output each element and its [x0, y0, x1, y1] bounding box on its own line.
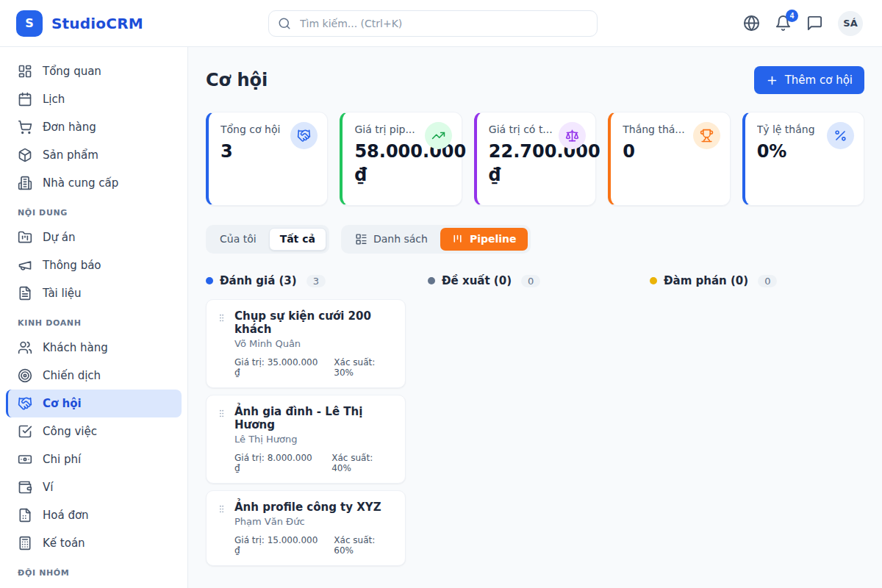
opportunity-owner: Võ Minh Quân [234, 338, 395, 349]
sidebar-item-tong-quan[interactable]: Tổng quan [6, 57, 182, 85]
sidebar-item-label: Chiến dịch [43, 369, 101, 382]
users-icon [18, 340, 32, 355]
sidebar-item-label: Tài liệu [43, 287, 82, 300]
sidebar-item-ke-toan[interactable]: Kế toán [6, 529, 182, 557]
page-title: Cơ hội [206, 70, 268, 90]
sidebar-item-thong-bao[interactable]: Thông báo [6, 251, 182, 279]
scale-icon [559, 122, 586, 149]
brand[interactable]: S StudioCRM [0, 10, 143, 37]
opportunity-owner: Lê Thị Hương [234, 434, 395, 445]
notification-count-badge: 4 [786, 10, 798, 22]
stage-dot [428, 277, 435, 284]
opportunity-card[interactable]: Ảnh gia đình - Lê Thị Hương Lê Thị Hương… [206, 395, 406, 484]
sidebar-item-label: Dự án [43, 231, 76, 244]
sidebar-item-label: Ví [43, 481, 53, 494]
sidebar-item-nha-cung-cap[interactable]: Nhà cung cấp [6, 169, 182, 197]
megaphone-icon [18, 258, 32, 273]
sidebar-item-don-hang[interactable]: Đơn hàng [6, 113, 182, 141]
calendar-icon [18, 92, 32, 107]
card-body: Ảnh gia đình - Lê Thị Hương Lê Thị Hương… [234, 405, 395, 473]
brand-name: StudioCRM [51, 15, 143, 32]
add-opportunity-label: Thêm cơ hội [785, 74, 853, 87]
opportunity-value: Giá trị: 35.000.000 ₫ [234, 357, 322, 378]
sidebar-item-label: Chi phí [43, 453, 81, 466]
notifications-button[interactable]: 4 [775, 15, 792, 32]
sidebar-item-label: Nhà cung cấp [43, 176, 118, 190]
opportunity-card[interactable]: Ảnh profile công ty XYZ Phạm Văn Đức Giá… [206, 490, 406, 566]
scope-toggle: Của tôi Tất cả [206, 225, 329, 254]
view-toggle: Danh sách Pipeline [341, 225, 531, 254]
stats-row: Tổng cơ hội 3 Giá trị pip... 58.000.000 … [206, 112, 864, 206]
view-list-button[interactable]: Danh sách [344, 228, 439, 251]
sidebar-item-hoa-don[interactable]: Hoá đơn [6, 501, 182, 529]
column-count-badge: 0 [521, 275, 540, 287]
page-header: Cơ hội Thêm cơ hội [206, 66, 864, 94]
sidebar-item-san-pham[interactable]: Sản phẩm [6, 141, 182, 169]
scope-all-button[interactable]: Tất cả [269, 228, 326, 251]
stage-dot [206, 277, 213, 284]
sidebar-item-vi[interactable]: Ví [6, 473, 182, 501]
column-title: Đánh giá (3) [220, 274, 297, 287]
opportunity-title: Ảnh gia đình - Lê Thị Hương [234, 405, 395, 431]
check-square-icon [18, 424, 32, 439]
sidebar-item-du-an[interactable]: Dự án [6, 223, 182, 251]
opportunity-card[interactable]: Chụp sự kiện cưới 200 khách Võ Minh Quân… [206, 299, 406, 388]
topbar: S StudioCRM 4 SÁ [0, 0, 882, 47]
sidebar-section-noi-dung: NỘI DUNG [0, 197, 187, 223]
pipeline-board: Đánh giá (3) 3 Chụp sự kiện cưới 200 khá… [206, 274, 864, 566]
opportunity-probability: Xác suất: 60% [334, 535, 395, 556]
sidebar-item-chien-dich[interactable]: Chiến dịch [6, 362, 182, 390]
sidebar-item-label: Sản phẩm [43, 148, 98, 162]
sidebar-item-nhan-vien[interactable]: Nhân viên [6, 584, 182, 588]
column-title: Đàm phán (0) [664, 274, 748, 287]
stat-card-pipeline-value: Giá trị pip... 58.000.000 ₫ [340, 112, 462, 206]
drag-handle-icon[interactable] [217, 312, 226, 378]
sidebar-item-cong-viec[interactable]: Công việc [6, 417, 182, 445]
drag-handle-icon[interactable] [217, 503, 226, 556]
stat-card-won: Thắng thá... 0 [608, 112, 730, 206]
sidebar-item-khach-hang[interactable]: Khách hàng [6, 334, 182, 362]
view-list-label: Danh sách [373, 232, 428, 246]
building-icon [18, 176, 32, 190]
messages-button[interactable] [806, 15, 823, 32]
list-view-icon [355, 233, 368, 245]
sidebar-item-label: Kế toán [43, 537, 85, 550]
opportunity-value: Giá trị: 8.000.000 ₫ [234, 453, 320, 473]
logo-initial: S [25, 16, 34, 30]
folder-kanban-icon [18, 230, 32, 245]
sidebar-item-lich[interactable]: Lịch [6, 85, 182, 113]
search-input[interactable] [298, 17, 588, 30]
stat-label: Giá trị pip... [354, 123, 425, 135]
wallet-icon [18, 480, 32, 495]
drag-handle-icon[interactable] [217, 407, 226, 473]
stat-label: Tổng cơ hội [220, 123, 291, 135]
scope-my-button[interactable]: Của tôi [209, 228, 268, 251]
add-opportunity-button[interactable]: Thêm cơ hội [754, 66, 864, 94]
sidebar-item-label: Công việc [43, 425, 97, 438]
sidebar-item-label: Đơn hàng [43, 121, 96, 134]
percent-icon [827, 122, 854, 149]
global-search[interactable] [268, 10, 598, 37]
opportunity-title: Chụp sự kiện cưới 200 khách [234, 309, 395, 336]
sidebar-item-co-hoi[interactable]: Cơ hội [6, 390, 182, 417]
topbar-actions: 4 SÁ [743, 11, 882, 36]
language-button[interactable] [743, 15, 760, 32]
user-avatar[interactable]: SÁ [838, 11, 863, 36]
view-pipeline-button[interactable]: Pipeline [440, 228, 528, 251]
opportunity-title: Ảnh profile công ty XYZ [234, 501, 395, 514]
card-body: Ảnh profile công ty XYZ Phạm Văn Đức Giá… [234, 501, 395, 556]
sidebar-item-tai-lieu[interactable]: Tài liệu [6, 279, 182, 307]
column-header: Đề xuất (0) 0 [428, 274, 628, 287]
board-column-danh-gia: Đánh giá (3) 3 Chụp sự kiện cưới 200 khá… [206, 274, 406, 566]
sidebar: Tổng quan Lịch Đơn hàng Sản phẩm Nhà cun… [0, 47, 188, 588]
search-icon [278, 17, 291, 30]
filter-row: Của tôi Tất cả Danh sách Pipeline [206, 225, 864, 254]
calculator-icon [18, 536, 32, 551]
stat-card-weighted-value: Giá trị có t... 22.700.000 ₫ [474, 112, 596, 206]
stat-label: Giá trị có t... [489, 123, 559, 135]
column-header: Đánh giá (3) 3 [206, 274, 406, 287]
stat-card-total-opportunities: Tổng cơ hội 3 [206, 112, 328, 206]
trending-up-icon [425, 122, 452, 149]
sidebar-item-chi-phi[interactable]: Chi phí [6, 445, 182, 473]
opportunity-owner: Phạm Văn Đức [234, 516, 395, 527]
